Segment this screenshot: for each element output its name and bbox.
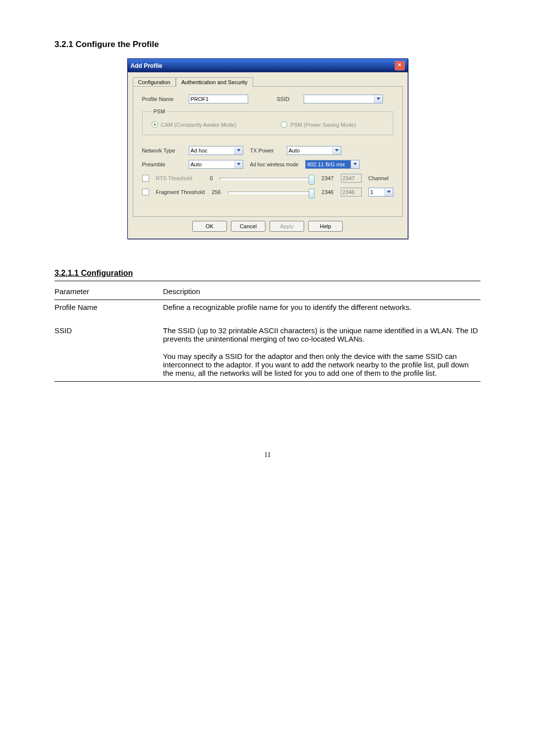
network-type-value: Ad hoc xyxy=(191,148,208,153)
rts-slider[interactable] xyxy=(220,175,315,182)
subsection-heading: 3.2.1.1 Configuration xyxy=(54,269,481,280)
add-profile-dialog: Add Profile × Configuration Authenticati… xyxy=(127,58,408,239)
psm-psm-label: PSM (Power Saving Mode) xyxy=(290,122,356,128)
frag-checkbox[interactable] xyxy=(142,189,149,196)
rts-label: RTS Threshold xyxy=(156,175,203,181)
tx-power-value: Auto xyxy=(289,148,300,153)
frag-min: 256 xyxy=(212,189,220,195)
profile-name-input[interactable] xyxy=(189,95,248,103)
profile-name-label: Profile Name xyxy=(142,96,182,102)
frag-val: 2346 xyxy=(321,189,333,195)
desc-para-1: The SSID (up to 32 printable ASCII chara… xyxy=(163,326,478,343)
page-number: 11 xyxy=(54,451,481,459)
psm-cam-label: CAM (Constantly Awake Mode) xyxy=(161,122,237,128)
network-type-label: Network Type xyxy=(142,148,182,153)
channel-combo[interactable]: 1 xyxy=(369,188,393,197)
frag-value-box xyxy=(341,188,362,197)
preamble-combo[interactable]: Auto xyxy=(189,160,243,169)
ok-button[interactable]: OK xyxy=(192,221,227,232)
psm-cam-radio[interactable]: CAM (Constantly Awake Mode) xyxy=(152,121,237,128)
cancel-button[interactable]: Cancel xyxy=(231,221,266,232)
preamble-label: Preamble xyxy=(142,161,182,167)
rts-value-box xyxy=(341,174,362,183)
close-icon[interactable]: × xyxy=(395,61,405,70)
preamble-value: Auto xyxy=(191,161,202,167)
col-header-description: Description xyxy=(163,284,481,300)
table-row: Profile Name Define a recognizable profi… xyxy=(54,300,481,316)
dialog-title: Add Profile xyxy=(131,62,162,69)
table-row: SSID The SSID (up to 32 printable ASCII … xyxy=(54,315,481,382)
channel-label: Channel xyxy=(369,175,393,181)
desc-cell: Define a recognizable profile name for y… xyxy=(163,300,481,316)
col-header-parameter: Parameter xyxy=(54,284,163,300)
param-cell: SSID xyxy=(54,315,163,382)
chevron-down-icon xyxy=(234,147,243,154)
channel-value: 1 xyxy=(371,189,374,195)
param-cell: Profile Name xyxy=(54,300,163,316)
psm-group: PSM CAM (Constantly Awake Mode) PSM (Pow… xyxy=(142,108,393,135)
desc-cell: The SSID (up to 32 printable ASCII chara… xyxy=(163,315,481,382)
adhoc-mode-label: Ad hoc wireless mode xyxy=(250,162,299,167)
adhoc-mode-value: 802.11 B/G mix xyxy=(307,161,345,167)
tab-strip: Configuration Authentication and Securit… xyxy=(133,77,403,87)
titlebar: Add Profile × xyxy=(128,59,408,72)
frag-label: Fragment Threshold xyxy=(156,189,205,195)
parameter-table: Parameter Description Profile Name Defin… xyxy=(54,284,481,382)
frag-slider[interactable] xyxy=(228,189,315,196)
section-heading: 3.2.1 Configure the Profile xyxy=(54,40,481,50)
apply-button[interactable]: Apply xyxy=(269,221,304,232)
network-type-combo[interactable]: Ad hoc xyxy=(189,146,243,155)
ssid-combo[interactable] xyxy=(304,95,383,103)
tx-power-combo[interactable]: Auto xyxy=(287,146,341,155)
desc-para-2: You may specify a SSID for the adaptor a… xyxy=(163,352,469,377)
rts-val: 2347 xyxy=(321,175,333,181)
tab-auth-security[interactable]: Authentication and Security xyxy=(176,77,253,87)
chevron-down-icon xyxy=(332,147,341,154)
tab-configuration[interactable]: Configuration xyxy=(133,77,176,87)
rts-min: 0 xyxy=(210,175,213,181)
rule-top xyxy=(54,281,481,281)
ssid-label: SSID xyxy=(277,96,297,102)
chevron-down-icon xyxy=(351,160,359,168)
chevron-down-icon xyxy=(234,160,243,168)
psm-psm-radio[interactable]: PSM (Power Saving Mode) xyxy=(281,121,356,128)
adhoc-mode-combo[interactable]: 802.11 B/G mix xyxy=(305,160,360,169)
help-button[interactable]: Help xyxy=(308,221,343,232)
psm-legend: PSM xyxy=(152,108,167,114)
chevron-down-icon xyxy=(374,95,382,103)
rts-checkbox[interactable] xyxy=(142,175,149,182)
chevron-down-icon xyxy=(384,188,393,196)
tx-power-label: TX Power xyxy=(250,148,280,153)
